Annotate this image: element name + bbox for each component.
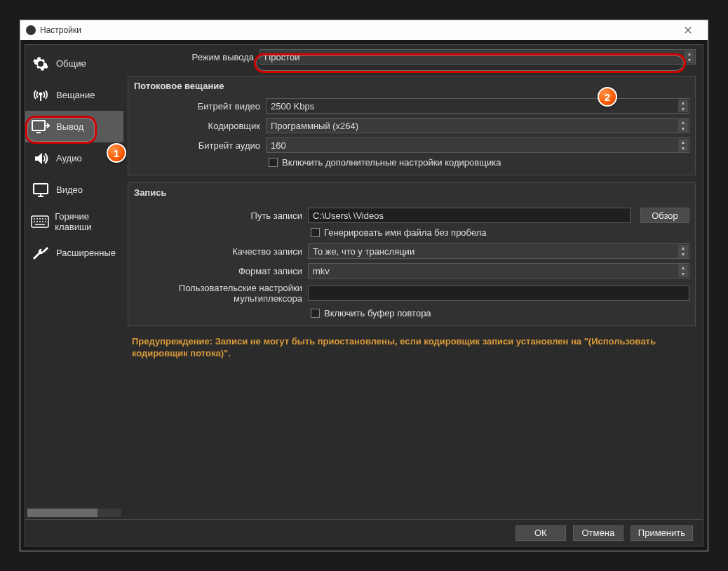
sidebar-item-label: Общие <box>56 58 86 69</box>
advanced-encoder-checkbox-row[interactable]: Включить дополнительные настройки кодиро… <box>269 157 689 168</box>
sidebar-item-label: Вещание <box>56 90 95 100</box>
sidebar-scrollbar[interactable] <box>27 509 121 517</box>
annotation-badge-2: 2 <box>598 87 617 107</box>
encoder-combo[interactable]: Программный (x264) ▲▼ <box>266 118 689 133</box>
record-format-combo[interactable]: mkv ▲▼ <box>308 263 689 278</box>
audio-bitrate-combo[interactable]: 160 ▲▼ <box>266 137 689 153</box>
close-button[interactable] <box>674 20 702 40</box>
sidebar-item-label: Горячие клавиши <box>55 211 123 232</box>
encoder-label: Кодировщик <box>134 121 260 131</box>
spin-icon: ▲▼ <box>678 100 688 112</box>
combo-arrows-icon: ▲▼ <box>678 139 688 152</box>
record-quality-label: Качество записи <box>134 246 302 257</box>
tools-icon <box>31 243 50 263</box>
output-mode-combo[interactable]: Простой ▲▼ <box>259 49 696 65</box>
browse-button[interactable]: Обзор <box>640 208 689 223</box>
monitor-icon <box>31 180 50 200</box>
recording-group: Запись Путь записи C:\Users\ \Videos Обз… <box>128 182 696 326</box>
audio-bitrate-label: Битрейт аудио <box>134 140 260 151</box>
muxer-label: Пользовательские настройки мультиплексор… <box>134 283 302 304</box>
titlebar: Настройки <box>20 20 708 40</box>
record-path-label: Путь записи <box>134 210 302 221</box>
keyboard-icon <box>31 212 49 231</box>
apply-button[interactable]: Применить <box>631 525 693 541</box>
replay-buffer-label: Включить буфер повтора <box>324 308 431 318</box>
checkbox-icon <box>269 158 278 167</box>
sidebar-item-label: Вывод <box>56 121 83 132</box>
no-space-label: Генерировать имя файла без пробела <box>324 227 487 238</box>
sidebar: Общие Вещание Вывод <box>25 45 123 519</box>
muxer-input[interactable] <box>308 286 689 301</box>
svg-rect-1 <box>32 121 45 130</box>
outer-frame: Общие Вещание Вывод <box>20 40 708 551</box>
record-format-label: Формат записи <box>134 266 302 276</box>
checkbox-icon <box>311 228 320 237</box>
footer: ОК Отмена Применить <box>25 519 703 546</box>
combo-arrows-icon: ▲▼ <box>678 264 688 277</box>
window-title: Настройки <box>40 25 81 35</box>
sidebar-item-advanced[interactable]: Расширенные <box>25 237 123 269</box>
sidebar-item-label: Аудио <box>56 153 82 163</box>
combo-arrows-icon: ▲▼ <box>678 119 688 132</box>
warning-text: Предупреждение: Записи не могут быть при… <box>128 333 696 363</box>
sidebar-item-stream[interactable]: Вещание <box>25 79 123 111</box>
video-bitrate-label: Битрейт видео <box>134 101 260 112</box>
advanced-encoder-label: Включить дополнительные настройки кодиро… <box>282 157 501 168</box>
gear-icon <box>31 54 50 74</box>
no-space-checkbox-row[interactable]: Генерировать имя файла без пробела <box>311 227 689 238</box>
recording-title: Запись <box>134 187 689 198</box>
output-mode-row: Режим вывода Простой ▲▼ <box>128 49 696 65</box>
record-quality-combo[interactable]: То же, что у трансляции ▲▼ <box>308 243 689 259</box>
panel: Общие Вещание Вывод <box>25 44 703 546</box>
annotation-badge-1: 1 <box>107 143 126 163</box>
sidebar-item-hotkeys[interactable]: Горячие клавиши <box>25 206 123 237</box>
video-bitrate-input[interactable]: 2500 Kbps ▲▼ <box>266 98 689 114</box>
sidebar-item-label: Видео <box>56 184 83 195</box>
record-path-input[interactable]: C:\Users\ \Videos <box>308 208 631 223</box>
output-mode-value: Простой <box>264 52 300 62</box>
sidebar-item-output[interactable]: Вывод <box>25 111 123 142</box>
output-icon <box>31 117 50 137</box>
sidebar-item-video[interactable]: Видео <box>25 174 123 206</box>
combo-arrows-icon: ▲▼ <box>678 245 688 257</box>
antenna-icon <box>31 86 50 105</box>
body: Общие Вещание Вывод <box>25 45 703 519</box>
output-mode-label: Режим вывода <box>128 52 254 62</box>
replay-buffer-checkbox-row[interactable]: Включить буфер повтора <box>311 308 689 318</box>
combo-arrows-icon: ▲▼ <box>685 51 694 63</box>
svg-rect-2 <box>34 184 48 194</box>
ok-button[interactable]: ОК <box>515 525 566 541</box>
app-icon <box>26 25 36 35</box>
sidebar-item-general[interactable]: Общие <box>25 48 123 79</box>
speaker-icon <box>31 149 50 168</box>
content-area: Режим вывода Простой ▲▼ Потоковое вещани… <box>123 45 703 519</box>
cancel-button[interactable]: Отмена <box>573 525 623 541</box>
checkbox-icon <box>311 309 320 318</box>
sidebar-item-label: Расширенные <box>56 248 116 258</box>
